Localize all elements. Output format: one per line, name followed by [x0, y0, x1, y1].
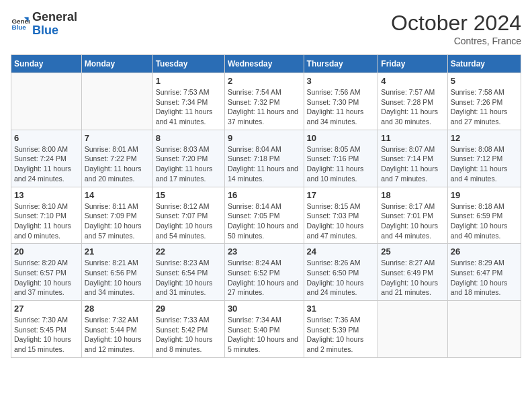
day-info: Sunrise: 8:21 AM Sunset: 6:56 PM Dayligh…	[85, 258, 150, 298]
calendar-cell: 12Sunrise: 8:08 AM Sunset: 7:12 PM Dayli…	[447, 130, 521, 187]
weekday-header-tuesday: Tuesday	[152, 55, 224, 73]
day-number: 15	[156, 190, 222, 200]
location-subtitle: Contres, France	[391, 36, 521, 46]
day-number: 27	[14, 304, 79, 314]
day-number: 10	[307, 133, 375, 143]
calendar-cell: 5Sunrise: 7:58 AM Sunset: 7:26 PM Daylig…	[447, 73, 521, 130]
calendar-cell: 17Sunrise: 8:15 AM Sunset: 7:03 PM Dayli…	[304, 187, 378, 244]
day-info: Sunrise: 8:17 AM Sunset: 7:01 PM Dayligh…	[381, 201, 444, 241]
day-number: 25	[381, 246, 444, 257]
calendar-week-3: 13Sunrise: 8:10 AM Sunset: 7:10 PM Dayli…	[11, 187, 521, 244]
day-info: Sunrise: 7:56 AM Sunset: 7:30 PM Dayligh…	[307, 87, 375, 127]
calendar-cell: 4Sunrise: 7:57 AM Sunset: 7:28 PM Daylig…	[378, 73, 447, 130]
weekday-header-row: SundayMondayTuesdayWednesdayThursdayFrid…	[11, 55, 521, 73]
calendar-week-2: 6Sunrise: 8:00 AM Sunset: 7:24 PM Daylig…	[11, 130, 521, 187]
day-number: 3	[307, 76, 375, 86]
day-info: Sunrise: 8:27 AM Sunset: 6:49 PM Dayligh…	[381, 258, 444, 298]
day-number: 30	[228, 304, 301, 314]
calendar-body: 1Sunrise: 7:53 AM Sunset: 7:34 PM Daylig…	[11, 73, 521, 358]
day-info: Sunrise: 8:12 AM Sunset: 7:07 PM Dayligh…	[156, 201, 222, 241]
day-number: 7	[85, 133, 150, 143]
day-info: Sunrise: 7:53 AM Sunset: 7:34 PM Dayligh…	[156, 87, 222, 127]
day-number: 28	[85, 304, 150, 314]
calendar-cell: 10Sunrise: 8:05 AM Sunset: 7:16 PM Dayli…	[304, 130, 378, 187]
day-number: 21	[85, 246, 150, 257]
month-title: October 2024	[391, 11, 521, 36]
day-info: Sunrise: 8:05 AM Sunset: 7:16 PM Dayligh…	[307, 144, 375, 184]
calendar-cell: 29Sunrise: 7:33 AM Sunset: 5:42 PM Dayli…	[152, 301, 224, 358]
day-info: Sunrise: 8:00 AM Sunset: 7:24 PM Dayligh…	[14, 144, 79, 184]
calendar-cell	[11, 73, 82, 130]
calendar-cell: 21Sunrise: 8:21 AM Sunset: 6:56 PM Dayli…	[81, 244, 152, 301]
day-number: 5	[451, 76, 518, 86]
weekday-header-sunday: Sunday	[11, 55, 82, 73]
logo-blue-text: Blue	[32, 24, 77, 38]
calendar-cell: 7Sunrise: 8:01 AM Sunset: 7:22 PM Daylig…	[81, 130, 152, 187]
day-number: 20	[14, 246, 79, 257]
day-number: 24	[307, 246, 375, 257]
day-info: Sunrise: 8:14 AM Sunset: 7:05 PM Dayligh…	[228, 201, 301, 241]
day-number: 12	[451, 133, 518, 143]
calendar-cell: 8Sunrise: 8:03 AM Sunset: 7:20 PM Daylig…	[152, 130, 224, 187]
calendar-cell	[447, 301, 521, 358]
day-info: Sunrise: 8:10 AM Sunset: 7:10 PM Dayligh…	[14, 201, 79, 241]
day-info: Sunrise: 8:23 AM Sunset: 6:54 PM Dayligh…	[156, 258, 222, 298]
day-info: Sunrise: 7:58 AM Sunset: 7:26 PM Dayligh…	[451, 87, 518, 127]
calendar-cell: 20Sunrise: 8:20 AM Sunset: 6:57 PM Dayli…	[11, 244, 82, 301]
weekday-header-friday: Friday	[378, 55, 447, 73]
calendar-cell: 24Sunrise: 8:26 AM Sunset: 6:50 PM Dayli…	[304, 244, 378, 301]
day-number: 1	[156, 76, 222, 86]
day-info: Sunrise: 8:03 AM Sunset: 7:20 PM Dayligh…	[156, 144, 222, 184]
calendar-cell: 13Sunrise: 8:10 AM Sunset: 7:10 PM Dayli…	[11, 187, 82, 244]
day-number: 14	[85, 190, 150, 200]
day-number: 2	[228, 76, 301, 86]
weekday-header-wednesday: Wednesday	[224, 55, 304, 73]
weekday-header-saturday: Saturday	[447, 55, 521, 73]
day-number: 18	[381, 190, 444, 200]
day-info: Sunrise: 7:54 AM Sunset: 7:32 PM Dayligh…	[228, 87, 301, 127]
day-info: Sunrise: 8:29 AM Sunset: 6:47 PM Dayligh…	[451, 258, 518, 298]
day-info: Sunrise: 8:26 AM Sunset: 6:50 PM Dayligh…	[307, 258, 375, 298]
calendar-cell: 9Sunrise: 8:04 AM Sunset: 7:18 PM Daylig…	[224, 130, 304, 187]
day-number: 17	[307, 190, 375, 200]
weekday-header-monday: Monday	[81, 55, 152, 73]
day-info: Sunrise: 7:57 AM Sunset: 7:28 PM Dayligh…	[381, 87, 444, 127]
calendar-cell: 18Sunrise: 8:17 AM Sunset: 7:01 PM Dayli…	[378, 187, 447, 244]
day-number: 23	[228, 246, 301, 257]
day-info: Sunrise: 7:33 AM Sunset: 5:42 PM Dayligh…	[156, 315, 222, 355]
day-number: 19	[451, 190, 518, 200]
svg-text:Blue: Blue	[11, 24, 26, 31]
calendar-cell: 15Sunrise: 8:12 AM Sunset: 7:07 PM Dayli…	[152, 187, 224, 244]
calendar-cell: 23Sunrise: 8:24 AM Sunset: 6:52 PM Dayli…	[224, 244, 304, 301]
weekday-header-thursday: Thursday	[304, 55, 378, 73]
day-number: 13	[14, 190, 79, 200]
calendar-cell	[81, 73, 152, 130]
calendar-cell: 22Sunrise: 8:23 AM Sunset: 6:54 PM Dayli…	[152, 244, 224, 301]
day-info: Sunrise: 8:01 AM Sunset: 7:22 PM Dayligh…	[85, 144, 150, 184]
calendar-cell: 30Sunrise: 7:34 AM Sunset: 5:40 PM Dayli…	[224, 301, 304, 358]
day-number: 11	[381, 133, 444, 143]
logo-general-text: General	[32, 11, 77, 24]
day-number: 6	[14, 133, 79, 143]
calendar-cell: 14Sunrise: 8:11 AM Sunset: 7:09 PM Dayli…	[81, 187, 152, 244]
title-block: October 2024 Contres, France	[391, 11, 521, 46]
logo-icon: General Blue	[11, 15, 30, 34]
calendar-cell: 26Sunrise: 8:29 AM Sunset: 6:47 PM Dayli…	[447, 244, 521, 301]
calendar-cell: 19Sunrise: 8:18 AM Sunset: 6:59 PM Dayli…	[447, 187, 521, 244]
day-info: Sunrise: 8:11 AM Sunset: 7:09 PM Dayligh…	[85, 201, 150, 241]
day-info: Sunrise: 8:18 AM Sunset: 6:59 PM Dayligh…	[451, 201, 518, 241]
day-number: 22	[156, 246, 222, 257]
day-info: Sunrise: 8:07 AM Sunset: 7:14 PM Dayligh…	[381, 144, 444, 184]
day-number: 9	[228, 133, 301, 143]
calendar-header: SundayMondayTuesdayWednesdayThursdayFrid…	[11, 55, 521, 73]
day-info: Sunrise: 7:34 AM Sunset: 5:40 PM Dayligh…	[228, 315, 301, 355]
calendar-week-1: 1Sunrise: 7:53 AM Sunset: 7:34 PM Daylig…	[11, 73, 521, 130]
day-number: 31	[307, 304, 375, 314]
calendar-cell	[378, 301, 447, 358]
day-info: Sunrise: 8:20 AM Sunset: 6:57 PM Dayligh…	[14, 258, 79, 298]
day-info: Sunrise: 7:36 AM Sunset: 5:39 PM Dayligh…	[307, 315, 375, 355]
day-info: Sunrise: 8:15 AM Sunset: 7:03 PM Dayligh…	[307, 201, 375, 241]
calendar-cell: 11Sunrise: 8:07 AM Sunset: 7:14 PM Dayli…	[378, 130, 447, 187]
page-header: General Blue General Blue October 2024 C…	[11, 11, 521, 46]
calendar-cell: 28Sunrise: 7:32 AM Sunset: 5:44 PM Dayli…	[81, 301, 152, 358]
